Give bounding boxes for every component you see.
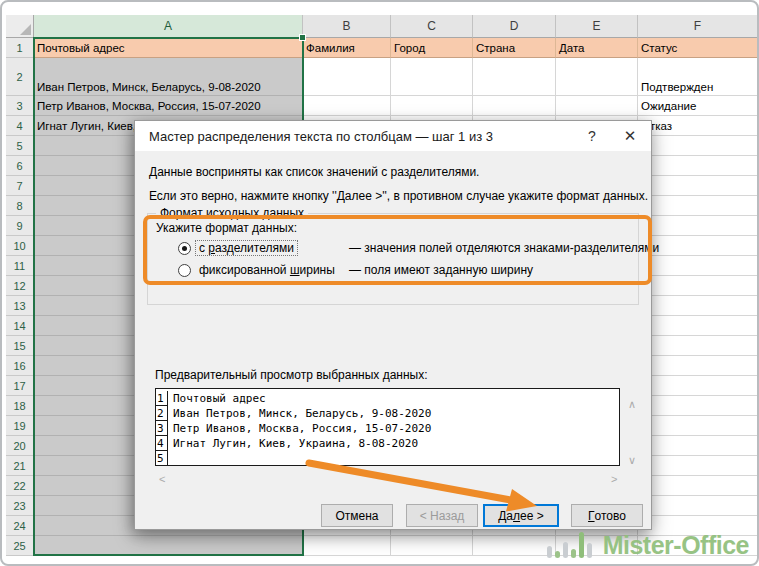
radio-delimited-description: — значения полей отделяются знаками-разд… bbox=[349, 241, 659, 255]
row-header-25[interactable]: 25 bbox=[6, 536, 34, 556]
cell-D3[interactable] bbox=[473, 96, 556, 116]
row-header-12[interactable]: 12 bbox=[6, 276, 34, 296]
close-icon[interactable]: ✕ bbox=[613, 121, 647, 151]
row-header-19[interactable]: 19 bbox=[6, 416, 34, 436]
row-header-15[interactable]: 15 bbox=[6, 336, 34, 356]
cell-F18[interactable] bbox=[638, 396, 758, 416]
cell-F9[interactable] bbox=[638, 216, 758, 236]
cell-F7[interactable] bbox=[638, 176, 758, 196]
radio-fixed-width-label[interactable]: фиксированной ширины bbox=[196, 263, 338, 277]
cell-F4[interactable]: Отказ bbox=[638, 116, 758, 136]
row-header-3[interactable]: 3 bbox=[6, 96, 34, 116]
column-header-B[interactable]: B bbox=[303, 15, 391, 38]
row-header-9[interactable]: 9 bbox=[6, 216, 34, 236]
finish-button[interactable]: Готово bbox=[571, 504, 643, 527]
cell-F15[interactable] bbox=[638, 336, 758, 356]
next-button[interactable]: Далее > bbox=[483, 504, 559, 527]
row-header-24[interactable]: 24 bbox=[6, 516, 34, 536]
column-header-D[interactable]: D bbox=[473, 15, 556, 38]
cell-F2[interactable]: Подтвержден bbox=[638, 58, 758, 96]
row-header-10[interactable]: 10 bbox=[6, 236, 34, 256]
row-header-8[interactable]: 8 bbox=[6, 196, 34, 216]
cell-C1[interactable]: Город bbox=[391, 38, 473, 58]
cell-B1[interactable]: Фамилия bbox=[303, 38, 391, 58]
preview-box[interactable]: 1Почтовый адрес 2Иван Петров, Минск, Бел… bbox=[155, 388, 620, 466]
radio-delimited[interactable]: с разделителями — значения полей отделяю… bbox=[178, 241, 297, 255]
radio-fixed-width-icon[interactable] bbox=[178, 264, 191, 277]
scroll-up-icon[interactable]: ∧ bbox=[628, 399, 636, 410]
cell-F14[interactable] bbox=[638, 316, 758, 336]
column-header-F[interactable]: F bbox=[638, 15, 758, 38]
cell-F22[interactable] bbox=[638, 476, 758, 496]
row-header-7[interactable]: 7 bbox=[6, 176, 34, 196]
cell-E3[interactable] bbox=[556, 96, 638, 116]
intro-text-1: Данные восприняты как список значений с … bbox=[149, 165, 479, 179]
row-header-6[interactable]: 6 bbox=[6, 156, 34, 176]
cell-A1[interactable]: Почтовый адрес bbox=[34, 38, 303, 58]
cell-B2[interactable] bbox=[303, 58, 391, 96]
row-header-20[interactable]: 20 bbox=[6, 436, 34, 456]
fill-handle[interactable] bbox=[299, 34, 306, 41]
column-header-E[interactable]: E bbox=[556, 15, 638, 38]
radio-delimited-icon[interactable] bbox=[178, 242, 191, 255]
row-header-4[interactable]: 4 bbox=[6, 116, 34, 136]
row-header-1[interactable]: 1 bbox=[6, 38, 34, 58]
dialog-titlebar[interactable]: Мастер распределения текста по столбцам … bbox=[135, 121, 651, 151]
preview-line: 2Иван Петров, Минск, Беларусь, 9-08-2020 bbox=[156, 406, 619, 421]
bar-icon bbox=[547, 546, 552, 558]
cell-A2[interactable]: Иван Петров, Минск, Беларусь, 9-08-2020 bbox=[34, 58, 303, 96]
column-header-C[interactable]: C bbox=[391, 15, 473, 38]
cell-B25[interactable] bbox=[303, 536, 391, 556]
scroll-right-icon[interactable]: > bbox=[611, 474, 617, 485]
cell-F17[interactable] bbox=[638, 376, 758, 396]
row-header-2[interactable]: 2 bbox=[6, 58, 34, 96]
radio-fixed-width[interactable]: фиксированной ширины — поля имеют заданн… bbox=[178, 263, 338, 277]
cell-F12[interactable] bbox=[638, 276, 758, 296]
help-icon[interactable]: ? bbox=[575, 121, 609, 151]
groupbox-legend: Формат исходных данных bbox=[156, 206, 308, 220]
cell-B3[interactable] bbox=[303, 96, 391, 116]
cell-D1[interactable]: Страна bbox=[473, 38, 556, 58]
cancel-button[interactable]: Отмена bbox=[321, 504, 393, 527]
cell-D2[interactable] bbox=[473, 58, 556, 96]
cell-F23[interactable] bbox=[638, 496, 758, 516]
cell-F21[interactable] bbox=[638, 456, 758, 476]
column-header-A[interactable]: A bbox=[34, 15, 303, 38]
cell-A3[interactable]: Петр Иванов, Москва, Россия, 15-07-2020 bbox=[34, 96, 303, 116]
row-header-23[interactable]: 23 bbox=[6, 496, 34, 516]
row-header-22[interactable]: 22 bbox=[6, 476, 34, 496]
scroll-down-icon[interactable]: ∨ bbox=[628, 455, 636, 466]
excel-window: ABCDEF1Почтовый адресФамилияГородСтранаД… bbox=[0, 0, 759, 566]
cell-F5[interactable] bbox=[638, 136, 758, 156]
cell-C3[interactable] bbox=[391, 96, 473, 116]
row-header-5[interactable]: 5 bbox=[6, 136, 34, 156]
radio-fixed-width-description: — поля имеют заданную ширину bbox=[349, 263, 533, 277]
radio-delimited-label[interactable]: с разделителями bbox=[196, 241, 297, 255]
cell-A25[interactable] bbox=[34, 536, 303, 556]
preview-line: 3Петр Иванов, Москва, Россия, 15-07-2020 bbox=[156, 421, 619, 436]
select-all-button[interactable] bbox=[6, 15, 34, 38]
cell-F11[interactable] bbox=[638, 256, 758, 276]
cell-F1[interactable]: Статус bbox=[638, 38, 758, 58]
cell-E2[interactable] bbox=[556, 58, 638, 96]
cell-C25[interactable] bbox=[391, 536, 473, 556]
cell-C2[interactable] bbox=[391, 58, 473, 96]
scroll-left-icon[interactable]: < bbox=[159, 474, 165, 485]
cell-F19[interactable] bbox=[638, 416, 758, 436]
cell-F20[interactable] bbox=[638, 436, 758, 456]
cell-F6[interactable] bbox=[638, 156, 758, 176]
cell-F3[interactable]: Ожидание bbox=[638, 96, 758, 116]
row-header-18[interactable]: 18 bbox=[6, 396, 34, 416]
row-header-11[interactable]: 11 bbox=[6, 256, 34, 276]
row-header-14[interactable]: 14 bbox=[6, 316, 34, 336]
cell-F8[interactable] bbox=[638, 196, 758, 216]
row-header-13[interactable]: 13 bbox=[6, 296, 34, 316]
row-header-16[interactable]: 16 bbox=[6, 356, 34, 376]
row-header-17[interactable]: 17 bbox=[6, 376, 34, 396]
cell-F13[interactable] bbox=[638, 296, 758, 316]
cell-D25[interactable] bbox=[473, 536, 556, 556]
cell-F16[interactable] bbox=[638, 356, 758, 376]
cell-E1[interactable]: Дата bbox=[556, 38, 638, 58]
format-prompt: Укажите формат данных: bbox=[156, 221, 297, 235]
row-header-21[interactable]: 21 bbox=[6, 456, 34, 476]
